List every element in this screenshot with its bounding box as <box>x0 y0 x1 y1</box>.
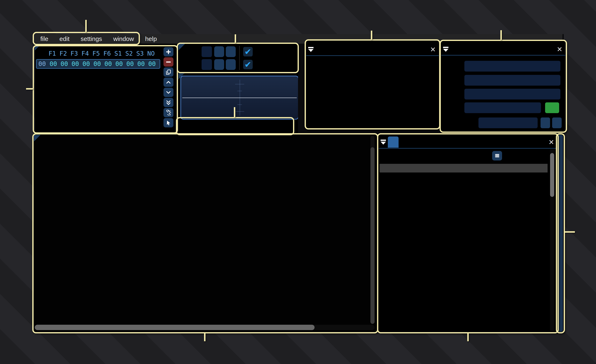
tab-effect-list[interactable] <box>388 137 399 148</box>
check-icon <box>244 60 252 69</box>
order-cell: 00 <box>70 59 81 68</box>
order-cell: 00 <box>114 59 125 68</box>
order-channel-header: S1 <box>112 49 124 58</box>
effect-list-scrollbar[interactable] <box>550 149 554 331</box>
annotation-line <box>26 88 33 90</box>
song-name-input[interactable] <box>464 61 560 72</box>
oscilloscope <box>180 76 298 120</box>
follow-orders-checkbox[interactable] <box>243 47 253 57</box>
order-channel-header: F5 <box>91 49 102 58</box>
order-cell: 00 <box>81 59 92 68</box>
double-chevron-down-icon <box>164 98 173 107</box>
follow-pattern-checkbox[interactable] <box>243 60 253 69</box>
play-controls-panel <box>178 73 298 134</box>
order-cell: 00 <box>48 59 59 68</box>
octave-value[interactable] <box>201 46 212 57</box>
order-channel-header: F6 <box>102 49 112 58</box>
step-value[interactable] <box>201 59 212 70</box>
order-list-row[interactable]: 0000000000000000000000 <box>36 59 160 69</box>
step-decrease-button[interactable] <box>214 59 224 70</box>
close-icon[interactable] <box>427 44 439 55</box>
pattern-horizontal-scrollbar[interactable] <box>35 325 375 330</box>
chevron-down-icon <box>164 88 173 97</box>
effect-list-menu-button[interactable] <box>492 151 502 160</box>
tuning-input[interactable] <box>478 117 538 128</box>
plus-icon <box>164 47 173 57</box>
dock-corner <box>34 135 41 141</box>
annotation-line <box>85 20 87 32</box>
tuning-increase-button[interactable] <box>552 117 562 128</box>
check-icon <box>244 47 252 57</box>
order-cell: 00 <box>147 59 157 68</box>
window-menu-icon[interactable] <box>441 44 450 55</box>
step-increase-button[interactable] <box>226 59 236 70</box>
annotation-line <box>565 231 575 233</box>
order-cell: 00 <box>135 59 147 68</box>
remove-order-button[interactable] <box>164 57 173 67</box>
octave-increase-button[interactable] <box>226 46 236 57</box>
tab-underline <box>306 55 439 56</box>
order-list-toolbar <box>164 47 173 127</box>
order-cell: 00 <box>92 59 103 68</box>
add-order-button[interactable] <box>164 47 173 57</box>
order-list-panel: F1F2F3F4F5F6S1S2S3NO 0000000000000000000… <box>35 44 177 132</box>
tab-underline <box>441 55 565 55</box>
annotation-line <box>467 333 469 341</box>
order-index-header <box>35 49 47 58</box>
hamburger-icon <box>494 153 500 159</box>
move-order-up-button[interactable] <box>164 78 173 87</box>
order-channel-header: F1 <box>47 49 58 58</box>
order-cell: 00 <box>125 59 135 68</box>
menu-window[interactable]: window <box>108 35 140 42</box>
close-icon[interactable] <box>554 44 565 55</box>
auto-system-button[interactable] <box>545 102 559 113</box>
unlink-icon <box>164 108 173 117</box>
window-menu-icon[interactable] <box>379 137 388 148</box>
tuning-decrease-button[interactable] <box>541 117 550 128</box>
volume-meter <box>558 135 563 332</box>
song-album-input[interactable] <box>464 89 560 100</box>
system-input[interactable] <box>464 102 541 113</box>
annotation-line <box>204 333 206 341</box>
effect-list-panel <box>379 135 557 332</box>
order-cell: 00 <box>59 59 70 68</box>
order-row-index: 00 <box>37 59 48 68</box>
order-channel-header: NO <box>145 49 156 58</box>
order-cell: 00 <box>103 59 114 68</box>
assets-panel <box>306 41 439 128</box>
menu-edit[interactable]: edit <box>54 35 75 42</box>
duplicate-order-button[interactable] <box>164 67 173 77</box>
desktop: fileeditsettingswindowhelp F1F2F3F4F5F6S… <box>0 0 596 364</box>
move-order-down-button[interactable] <box>164 88 173 97</box>
window-menu-icon[interactable] <box>306 44 315 55</box>
order-list-header: F1F2F3F4F5F6S1S2S3NO <box>35 49 156 58</box>
duplicate-icon <box>164 67 173 77</box>
order-channel-header: F4 <box>80 49 91 58</box>
close-icon[interactable] <box>545 137 557 148</box>
chevron-up-icon <box>164 78 173 87</box>
menu-help[interactable]: help <box>140 35 163 42</box>
order-change-mode-button[interactable] <box>164 108 173 117</box>
oscilloscope-waveform <box>182 98 297 98</box>
order-channel-header: S3 <box>134 49 145 58</box>
minus-icon <box>164 57 173 67</box>
pointer-icon <box>164 118 173 127</box>
effect-table-header <box>380 164 548 173</box>
menu-settings[interactable]: settings <box>75 35 108 42</box>
menu-file[interactable]: file <box>35 35 54 42</box>
song-author-input[interactable] <box>464 75 560 86</box>
pattern-vertical-scrollbar[interactable] <box>370 136 375 324</box>
song-info-panel <box>441 41 565 131</box>
pattern-view-panel <box>34 135 377 332</box>
order-channel-header: F2 <box>58 49 69 58</box>
order-channel-header: S2 <box>124 49 134 58</box>
edit-controls-panel <box>178 44 298 72</box>
duplicate-order-end-button[interactable] <box>164 98 173 107</box>
order-edit-mode-button[interactable] <box>164 118 173 127</box>
octave-decrease-button[interactable] <box>214 46 224 57</box>
menu-items: fileeditsettingswindowhelp <box>35 34 163 44</box>
tab-underline <box>379 148 557 148</box>
order-channel-header: F3 <box>69 49 80 58</box>
